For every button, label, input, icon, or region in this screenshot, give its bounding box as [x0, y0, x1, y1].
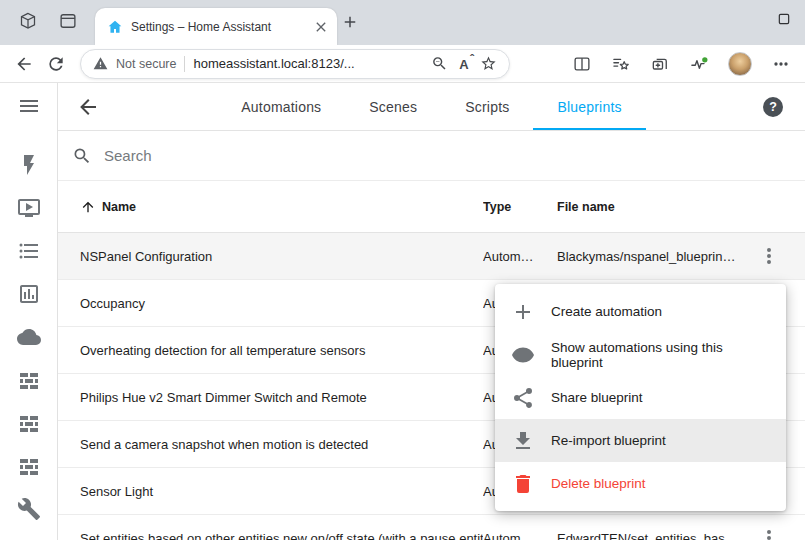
logbook-icon[interactable] [17, 239, 41, 263]
browser-navbar: Not secure homeassistant.local:8123/... [0, 45, 805, 83]
context-menu-item-label: Share blueprint [551, 390, 643, 405]
favorites-icon[interactable] [611, 54, 631, 74]
url-text: homeassistant.local:8123/... [193, 56, 423, 71]
search-input[interactable] [104, 147, 789, 164]
back-icon[interactable] [14, 54, 34, 74]
context-menu-item-label: Re-import blueprint [551, 433, 666, 448]
row-name: Occupancy [80, 296, 483, 311]
collections-icon[interactable] [650, 54, 670, 74]
ha-header: Automations Scenes Scripts Blueprints [58, 83, 805, 131]
column-header-type[interactable]: Type [483, 200, 557, 214]
table-row[interactable]: Set entities based on other entities new… [58, 515, 805, 540]
bricks-icon[interactable] [17, 411, 41, 435]
search-icon [72, 146, 92, 166]
row-overflow-menu-icon[interactable] [757, 244, 781, 268]
row-name: NSPanel Configuration [80, 249, 483, 264]
sidebar-menu-icon[interactable] [17, 94, 41, 118]
row-type: Autom… [483, 249, 557, 264]
column-header-name[interactable]: Name [80, 199, 483, 215]
split-screen-icon[interactable] [572, 54, 592, 74]
context-menu-item[interactable]: Show automations using this blueprint [495, 333, 786, 376]
tab-scenes[interactable]: Scenes [345, 83, 441, 130]
ha-tab-bar: Automations Scenes Scripts Blueprints [58, 83, 805, 130]
import-icon [511, 429, 535, 453]
address-divider [184, 56, 185, 72]
media-icon[interactable] [17, 196, 41, 220]
cloud-icon[interactable] [17, 325, 41, 349]
column-label-name: Name [102, 200, 136, 214]
history-icon[interactable] [17, 282, 41, 306]
row-name: Philips Hue v2 Smart Dimmer Switch and R… [80, 390, 483, 405]
energy-icon[interactable] [17, 153, 41, 177]
table-row[interactable]: NSPanel Configuration Autom… Blackymas/n… [58, 233, 805, 280]
delete-icon [511, 472, 535, 496]
row-type: Autom… [483, 531, 557, 540]
help-button[interactable] [763, 97, 783, 117]
sidebar-icons [17, 153, 41, 521]
workspaces-icon[interactable] [18, 11, 38, 31]
wrench-icon[interactable] [17, 497, 41, 521]
browser-titlebar: Settings – Home Assistant [0, 0, 805, 45]
favorite-star-icon[interactable] [480, 55, 497, 72]
home-assistant-favicon [107, 19, 123, 35]
sort-ascending-icon [80, 199, 96, 215]
browser-window: Settings – Home Assistant Not secure hom… [0, 0, 805, 540]
browser-tab[interactable]: Settings – Home Assistant [95, 8, 337, 45]
tab-blueprints[interactable]: Blueprints [533, 83, 645, 130]
address-bar[interactable]: Not secure homeassistant.local:8123/... [80, 49, 510, 79]
row-name: Sensor Light [80, 484, 483, 499]
zoom-out-icon[interactable] [431, 55, 448, 72]
refresh-icon[interactable] [46, 54, 66, 74]
tab-label: Blueprints [557, 99, 621, 115]
row-file: Blackymas/nspanel_blueprin… [557, 249, 749, 264]
bricks-icon[interactable] [17, 454, 41, 478]
tab-actions-icon[interactable] [58, 11, 78, 31]
tab-scripts[interactable]: Scripts [441, 83, 533, 130]
row-name: Send a camera snapshot when motion is de… [80, 437, 483, 452]
tab-label: Scripts [465, 99, 509, 115]
plus-icon [511, 300, 535, 324]
context-menu-item[interactable]: Create automation [495, 290, 786, 333]
share-icon [511, 386, 535, 410]
browser-menu-icon[interactable] [771, 54, 791, 74]
blueprint-context-menu: Create automation Show automations using… [495, 284, 786, 511]
search-row [58, 131, 805, 181]
security-label: Not secure [116, 57, 176, 71]
row-overflow-menu-icon[interactable] [757, 526, 781, 540]
context-menu-item-label: Delete blueprint [551, 476, 646, 491]
maximize-button[interactable] [776, 11, 792, 27]
row-name: Overheating detection for all temperatur… [80, 343, 483, 358]
tab-title: Settings – Home Assistant [131, 20, 305, 34]
navbar-right-group [572, 52, 791, 76]
column-header-file[interactable]: File name [557, 200, 749, 214]
tab-close-icon[interactable] [313, 19, 329, 35]
profile-avatar[interactable] [728, 52, 752, 76]
tab-automations[interactable]: Automations [217, 83, 345, 130]
context-menu-item[interactable]: Re-import blueprint [495, 419, 786, 462]
context-menu-item[interactable]: Share blueprint [495, 376, 786, 419]
browser-essentials-icon[interactable] [689, 54, 709, 74]
context-menu-item[interactable]: Delete blueprint [495, 462, 786, 505]
context-menu-item-label: Show automations using this blueprint [551, 340, 770, 370]
row-name: Set entities based on other entities new… [80, 531, 483, 540]
tab-label: Automations [241, 99, 321, 115]
bricks-icon[interactable] [17, 368, 41, 392]
table-header: Name Type File name [58, 181, 805, 233]
read-aloud-icon[interactable] [456, 55, 472, 73]
not-secure-warning-icon [93, 56, 108, 71]
new-tab-button[interactable] [341, 13, 359, 31]
tab-label: Scenes [369, 99, 417, 115]
eye-icon [511, 343, 535, 367]
context-menu-item-label: Create automation [551, 304, 662, 319]
ha-sidebar [0, 83, 58, 540]
row-file: EdwardTEN/set_entities_bas… [557, 531, 749, 540]
